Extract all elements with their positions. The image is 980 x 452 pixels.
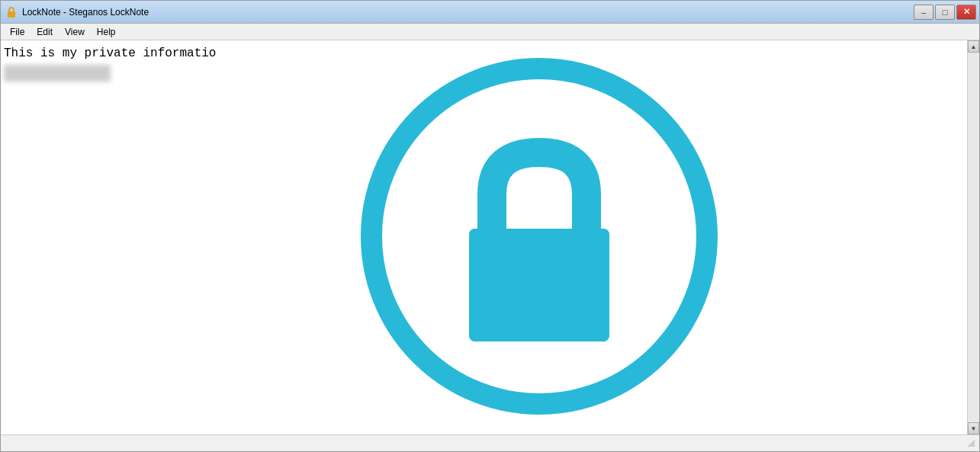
svg-line-6: [973, 445, 975, 447]
close-button[interactable]: ✕: [956, 5, 976, 20]
title-bar-buttons: – □ ✕: [914, 5, 976, 20]
scroll-down-button[interactable]: ▼: [968, 422, 979, 434]
app-icon: [5, 6, 18, 18]
menu-help[interactable]: Help: [91, 25, 122, 39]
window-title: LockNote - Steganos LockNote: [22, 7, 149, 18]
scrollbar: ▲ ▼: [967, 40, 979, 434]
menu-file[interactable]: File: [4, 25, 31, 39]
menu-view[interactable]: View: [59, 25, 91, 39]
title-bar-left: LockNote - Steganos LockNote: [5, 6, 149, 18]
text-editor[interactable]: This is my private informatio: [1, 40, 967, 434]
content-area: This is my private informatio ▲ ▼: [1, 40, 979, 434]
scroll-track[interactable]: [968, 53, 979, 422]
application-window: LockNote - Steganos LockNote – □ ✕ File …: [0, 0, 980, 452]
title-bar: LockNote - Steganos LockNote – □ ✕: [1, 1, 979, 24]
svg-rect-0: [8, 11, 15, 18]
scroll-up-button[interactable]: ▲: [968, 40, 979, 53]
minimize-button[interactable]: –: [914, 5, 933, 20]
menu-edit[interactable]: Edit: [31, 25, 59, 39]
text-line-1: This is my private informatio: [4, 45, 964, 62]
menu-bar: File Edit View Help: [1, 24, 979, 40]
text-line-2-blurred: [4, 65, 111, 82]
restore-button[interactable]: □: [935, 5, 955, 20]
resize-handle-icon: [967, 439, 976, 448]
status-bar: [1, 434, 979, 451]
